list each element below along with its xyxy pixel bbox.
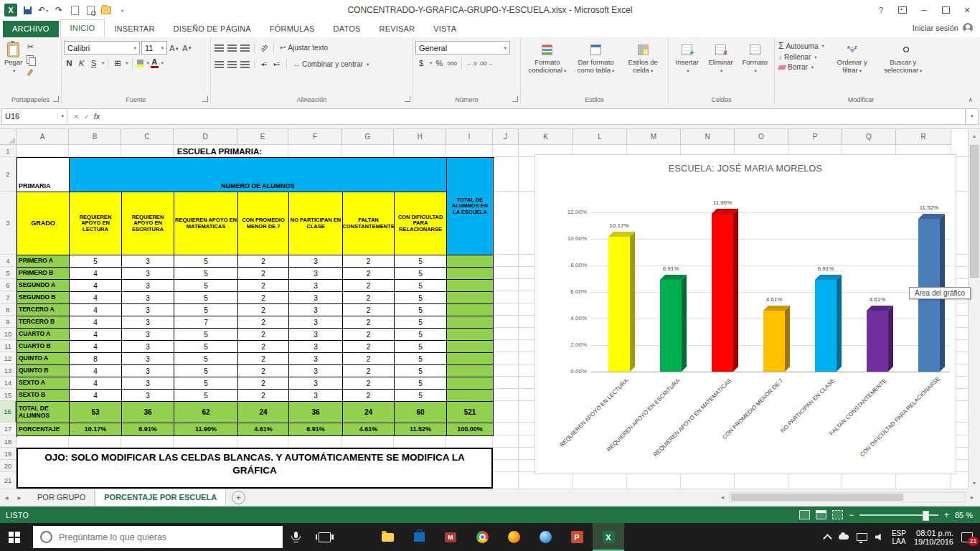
cell-j2[interactable] — [493, 157, 519, 192]
cell-p21[interactable] — [788, 472, 842, 489]
cell-e18[interactable] — [237, 435, 288, 448]
copy-button[interactable] — [24, 54, 36, 65]
cell-porcentaje-value[interactable]: 10.17% — [70, 423, 122, 436]
insert-function-button[interactable]: fx — [94, 112, 100, 121]
cell-value[interactable]: 2 — [238, 316, 289, 329]
new-sheet-button[interactable]: + — [232, 491, 245, 504]
column-header-l[interactable]: L — [573, 129, 627, 145]
column-header-r[interactable]: R — [896, 129, 951, 145]
cell-numero-de-alumnos[interactable]: NUMERO DE ALUMNOS — [70, 158, 447, 192]
cell-column-header[interactable]: REQUIEREN APOYO EN LECTURA — [70, 192, 122, 255]
cell-n21[interactable] — [681, 472, 735, 489]
fill-button[interactable]: ↓Rellenar▾ — [778, 53, 824, 61]
cell-escuela-blank[interactable] — [447, 316, 494, 329]
cell-column-header[interactable]: NO PARTICIPAN EN CLASE — [289, 192, 343, 255]
cell-value[interactable]: 3 — [122, 316, 174, 329]
cell-value[interactable]: 5 — [174, 255, 238, 268]
cell-value[interactable]: 2 — [238, 255, 289, 268]
cell-value[interactable]: 5 — [174, 353, 238, 365]
cell-value[interactable]: 4 — [70, 280, 122, 292]
column-header-h[interactable]: H — [394, 129, 446, 145]
cell-value[interactable]: 2 — [343, 255, 395, 268]
cell-j15[interactable] — [493, 389, 519, 401]
column-header-o[interactable]: O — [735, 129, 788, 145]
cell-value[interactable]: 2 — [238, 377, 289, 390]
cell-value[interactable]: 3 — [122, 341, 174, 353]
cell-column-header[interactable]: FALTAN CONSTANTEMENTE — [343, 192, 395, 255]
cell-escuela-blank[interactable] — [447, 390, 494, 402]
cell-value[interactable]: 4 — [70, 268, 122, 280]
currency-format-button[interactable]: $ — [415, 57, 427, 69]
help-button[interactable]: ? — [871, 2, 891, 18]
cell-escuela-blank[interactable] — [447, 377, 494, 390]
row-header-8[interactable]: 8 — [0, 303, 17, 316]
cell-i18[interactable] — [446, 435, 493, 448]
vertical-scroll-thumb[interactable] — [970, 145, 979, 278]
cell-j18[interactable] — [493, 435, 519, 448]
taskbar-mail-button[interactable] — [435, 523, 466, 551]
align-bottom-button[interactable] — [239, 42, 250, 54]
taskbar-chrome-button[interactable] — [466, 523, 498, 551]
taskbar-edge-button[interactable] — [340, 523, 372, 551]
redo-button[interactable]: ↷ — [53, 4, 65, 17]
ribbon-tab-datos[interactable]: DATOS — [324, 21, 370, 37]
cell-porcentaje-label[interactable]: PORCENTAJE — [17, 423, 70, 436]
row-header-21[interactable]: 21 — [0, 472, 17, 489]
cell-value[interactable]: 5 — [395, 280, 447, 292]
cell-j7[interactable] — [493, 291, 519, 303]
format-cells-button[interactable]: Formato▾ — [738, 39, 772, 93]
enter-icon[interactable]: ✓ — [83, 113, 89, 121]
clear-button[interactable]: Borrar▾ — [778, 63, 824, 71]
cell-value[interactable]: 2 — [238, 390, 289, 402]
cell-escuela-blank[interactable] — [447, 292, 494, 304]
cell-escuela-blank[interactable] — [447, 268, 494, 280]
clipboard-dialog-launcher[interactable] — [53, 96, 59, 102]
cell-grade[interactable]: TERCERO A — [17, 304, 70, 316]
sheet-tab-por-grupo[interactable]: POR GRUPO — [29, 489, 95, 507]
cell-total-value[interactable]: 36 — [122, 402, 174, 423]
cell-column-header[interactable]: REQUIEREN APOYO EN MATEMATICAS — [174, 192, 238, 255]
cell-j13[interactable] — [493, 364, 519, 377]
sort-filter-button[interactable]: A→Z Ordenar y filtrar▾ — [827, 39, 877, 93]
taskbar-store-button[interactable] — [403, 523, 435, 551]
cell-value[interactable]: 2 — [238, 353, 289, 365]
cell-g18[interactable] — [342, 435, 394, 448]
cell-j17[interactable] — [493, 423, 519, 435]
taskbar-file-explorer-button[interactable] — [372, 523, 403, 551]
cell-porcentaje-value[interactable]: 4.61% — [238, 423, 289, 436]
font-size-combo[interactable]: 11▾ — [141, 41, 167, 55]
sheet-nav-left-icon[interactable]: ◂ — [0, 494, 13, 501]
row-header-5[interactable]: 5 — [0, 267, 17, 279]
cell-column-header[interactable]: REQUIEREN APOYO EN ESCRITURA — [122, 192, 174, 255]
cell-j19[interactable] — [493, 448, 519, 460]
cell-grade[interactable]: QUINTO B — [17, 365, 70, 377]
cell-j14[interactable] — [493, 377, 519, 389]
row-header-16[interactable]: 16 — [0, 401, 17, 423]
chart[interactable]: ESCUELA: JOSÉ MARIA MORELOS 10.17%6.91%1… — [534, 154, 956, 474]
cell-value[interactable]: 2 — [343, 353, 395, 365]
row-header-17[interactable]: 17 — [0, 423, 17, 435]
column-header-m[interactable]: M — [627, 129, 681, 145]
cell-value[interactable]: 5 — [395, 304, 447, 316]
font-color-button[interactable]: A — [151, 57, 159, 69]
paste-button[interactable]: Pegar▾ — [2, 39, 24, 93]
cell-o21[interactable] — [735, 472, 788, 489]
name-box-dropdown-icon[interactable]: ▾ — [57, 113, 64, 119]
row-header-6[interactable]: 6 — [0, 279, 17, 291]
cell-escuela-blank[interactable] — [447, 353, 494, 365]
column-header-a[interactable]: A — [17, 129, 69, 145]
number-dialog-launcher[interactable] — [512, 96, 518, 102]
cell-grade[interactable]: PRIMERO B — [17, 268, 70, 280]
cell-value[interactable]: 5 — [395, 316, 447, 329]
cell-value[interactable]: 3 — [122, 390, 174, 402]
cell-grade[interactable]: PRIMERO A — [17, 255, 70, 268]
cell-value[interactable]: 4 — [70, 329, 122, 341]
cell-grade[interactable]: TERCERO B — [17, 316, 70, 329]
italic-button[interactable]: K — [76, 57, 87, 69]
cell-value[interactable]: 2 — [343, 390, 395, 402]
cell-porcentaje-value[interactable]: 4.61% — [343, 423, 395, 436]
cell-h18[interactable] — [394, 435, 446, 448]
column-header-k[interactable]: K — [519, 129, 573, 145]
row-header-2[interactable]: 2 — [0, 157, 17, 192]
cell-value[interactable]: 3 — [289, 390, 343, 402]
